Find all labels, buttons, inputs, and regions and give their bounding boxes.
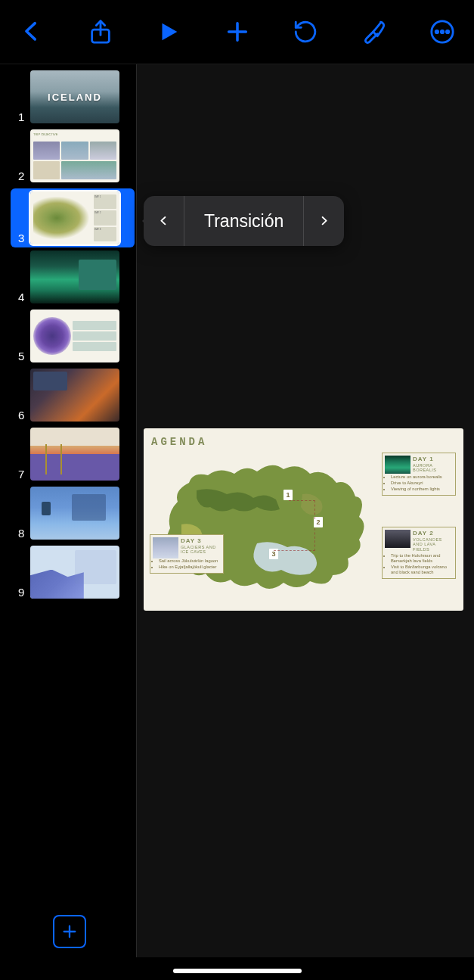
day2-items: Trip to the Holuhraun and Berserkjah lav…: [385, 553, 453, 575]
more-button[interactable]: [424, 14, 460, 50]
thumb-number: 5: [18, 350, 26, 362]
slide-thumbnail-9[interactable]: 9: [0, 546, 136, 602]
map-route: [289, 500, 315, 519]
day1-items: Lecture on aurora borealis Drive to Akur…: [385, 474, 453, 492]
slide-thumbnail-8[interactable]: 8: [0, 487, 136, 543]
thumbnail-preview: [30, 310, 119, 362]
slide-thumbnail-7[interactable]: 7: [0, 428, 136, 484]
thumb-number: 7: [18, 468, 26, 481]
thumb-number: 3: [18, 232, 26, 244]
thumbnail-preview: DAY 1DAY 2DAY 3: [30, 191, 119, 244]
slide-navigator[interactable]: 1 ICELAND 2 TRIP OBJECTIVE 3 DAY 1DAY 2D…: [0, 64, 137, 957]
slide-thumbnail-3[interactable]: 3 DAY 1DAY 2DAY 3: [11, 188, 135, 247]
thumb-number: 1: [18, 110, 26, 123]
slide-thumbnail-1[interactable]: 1 ICELAND: [0, 70, 136, 126]
add-slide-button[interactable]: [53, 915, 86, 948]
slide-body: 1 2 3 DAY 1 AURORA BOREALIS Lecture on a…: [151, 453, 456, 604]
thumbnail-preview: [30, 428, 119, 481]
thumb-number: 8: [18, 527, 26, 540]
slide-thumbnail-4[interactable]: 4: [0, 250, 136, 306]
volcano-thumbnail: [385, 530, 410, 548]
day2-card[interactable]: DAY 2 VOLCANOES AND LAVA FIELDS Trip to …: [382, 527, 456, 579]
popover-next-button[interactable]: [303, 196, 344, 246]
undo-button[interactable]: [287, 14, 324, 50]
thumb-number: 2: [18, 170, 26, 182]
day3-items: Sail across Jökulsárlón lagoon Hike on E…: [153, 558, 221, 570]
play-button[interactable]: [150, 14, 187, 50]
format-brush-button[interactable]: [356, 14, 392, 50]
svg-point-4: [446, 30, 448, 33]
thumbnail-preview: [30, 369, 119, 422]
home-indicator[interactable]: [173, 969, 302, 973]
thumb-number: 4: [18, 291, 26, 303]
add-button[interactable]: [219, 14, 256, 50]
day2-subtitle: VOLCANOES AND LAVA FIELDS: [413, 537, 453, 552]
aurora-thumbnail: [385, 456, 410, 474]
thumbnail-preview: [30, 546, 119, 599]
thumbnail-preview: [30, 250, 119, 303]
thumb-number: 9: [18, 586, 26, 599]
iceland-map-image[interactable]: [151, 453, 370, 604]
toolbar: [0, 0, 474, 64]
map-route: [274, 528, 315, 551]
thumb-number: 6: [18, 409, 26, 422]
back-button[interactable]: [14, 14, 50, 50]
thumbnail-preview: [30, 487, 119, 540]
day2-label: DAY 2: [413, 530, 453, 537]
context-popover: Transición: [144, 196, 344, 246]
svg-point-2: [435, 30, 438, 33]
map-marker-1[interactable]: 1: [283, 490, 293, 500]
slide-thumbnail-2[interactable]: 2 TRIP OBJECTIVE: [0, 129, 136, 185]
slide-thumbnail-6[interactable]: 6: [0, 369, 136, 425]
svg-point-3: [441, 30, 443, 33]
slide-thumbnail-5[interactable]: 5: [0, 310, 136, 366]
day1-label: DAY 1: [413, 456, 453, 463]
glacier-thumbnail: [153, 537, 178, 558]
slide-content[interactable]: AGENDA 1 2 3 DAY: [144, 428, 463, 611]
slide-title[interactable]: AGENDA: [151, 436, 456, 448]
day1-subtitle: AURORA BOREALIS: [413, 463, 453, 473]
thumbnail-preview: TRIP OBJECTIVE: [30, 129, 119, 182]
share-button[interactable]: [82, 14, 119, 50]
popover-transition-button[interactable]: Transición: [184, 211, 303, 232]
day1-card[interactable]: DAY 1 AURORA BOREALIS Lecture on aurora …: [382, 453, 456, 496]
thumbnail-preview: ICELAND: [30, 70, 119, 123]
day3-card[interactable]: DAY 3 GLACIERS AND ICE CAVES Sail across…: [150, 534, 224, 574]
popover-prev-button[interactable]: [144, 196, 184, 246]
